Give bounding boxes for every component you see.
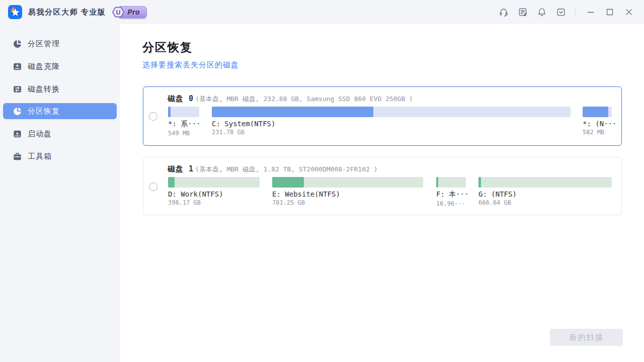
new-scan-button[interactable]: 新的扫描: [550, 329, 623, 346]
more-dropdown-icon: [556, 7, 566, 17]
app-title: 易我分区大师 专业版: [28, 8, 106, 17]
partition-bar-used: [436, 177, 438, 188]
partition-size: 781.25 GB: [272, 199, 423, 206]
partition-bar-used: [478, 177, 481, 188]
minimize-icon: [586, 7, 596, 17]
boot-disk-icon: [13, 129, 22, 139]
close-button[interactable]: [623, 6, 635, 18]
partition-bar-used: [212, 107, 373, 117]
page-title: 分区恢复: [142, 40, 193, 55]
partition-bar-used: [272, 177, 304, 188]
disk-header: 磁盘 1(基本盘, MBR 磁盘, 1.82 TB, ST2000DM008-2…: [168, 164, 377, 174]
titlebar-divider: [575, 7, 576, 17]
disk-info: (基本盘, MBR 磁盘, 232.88 GB, Samsung SSD 860…: [195, 95, 413, 103]
app-logo-icon: [8, 5, 22, 19]
partition-recovery-icon: [13, 107, 22, 116]
close-icon: [624, 7, 634, 17]
sidebar-item-label: 磁盘转换: [28, 84, 60, 94]
page-subtitle: 选择要搜索丢失分区的磁盘: [142, 60, 239, 70]
partition-bar: [436, 177, 466, 188]
disk-info: (基本盘, MBR 磁盘, 1.82 TB, ST2000DM008-2FR10…: [195, 165, 377, 173]
disk-card-0[interactable]: 磁盘 0(基本盘, MBR 磁盘, 232.88 GB, Samsung SSD…: [143, 86, 622, 146]
sidebar-item-label: 分区恢复: [28, 107, 60, 116]
partition-block: G: (NTFS)666.64 GB: [478, 177, 612, 206]
partition-block: E: Website(NTFS)781.25 GB: [272, 177, 423, 206]
disk-radio[interactable]: [149, 183, 157, 191]
sidebar-item-toolbox[interactable]: 工具箱: [3, 148, 117, 164]
titlebar-actions: [491, 6, 635, 18]
partition-block: C: System(NTFS)231.78 GB: [212, 107, 571, 136]
disk-name: 磁盘 0: [168, 94, 194, 103]
pro-badge[interactable]: U Pro: [112, 6, 147, 19]
partition-size: 398.17 GB: [168, 199, 260, 206]
titlebar: 易我分区大师 专业版 U Pro: [0, 0, 644, 24]
minimize-button[interactable]: [585, 6, 597, 18]
partition-block: *: (N···582 MB: [583, 107, 612, 136]
partition-size: 582 MB: [583, 129, 612, 136]
sidebar-item-disk-clone[interactable]: 磁盘克隆: [3, 58, 117, 74]
disk-convert-icon: [13, 84, 22, 94]
partition-bar: [168, 177, 260, 188]
svg-text:U: U: [116, 9, 121, 16]
partition-label: F: 本···: [436, 190, 466, 199]
maximize-button[interactable]: [604, 6, 616, 18]
sidebar-item-partition-management[interactable]: 分区管理: [3, 36, 117, 52]
partition-size: 16.96···: [436, 200, 466, 207]
disk-clone-icon: [13, 62, 22, 71]
partition-bar: [212, 107, 571, 117]
feedback-button[interactable]: [517, 6, 529, 18]
partition-block: F: 本···16.96···: [436, 177, 466, 207]
partition-size: 231.78 GB: [212, 129, 571, 136]
partition-bar: [272, 177, 423, 188]
partition-bar: [583, 107, 612, 117]
sidebar-item-partition-recovery[interactable]: 分区恢复: [3, 103, 117, 119]
pro-u-icon: U: [112, 6, 125, 19]
sidebar-item-label: 启动盘: [28, 129, 52, 139]
partition-bar-used: [168, 107, 171, 117]
sidebar-item-disk-convert[interactable]: 磁盘转换: [3, 81, 117, 97]
sidebar-item-label: 磁盘克隆: [28, 62, 60, 71]
feedback-note-icon: [518, 7, 528, 17]
partition-label: *: 系···: [168, 120, 199, 129]
disk-header: 磁盘 0(基本盘, MBR 磁盘, 232.88 GB, Samsung SSD…: [168, 94, 413, 104]
sidebar: 分区管理磁盘克隆磁盘转换分区恢复启动盘工具箱: [0, 24, 120, 362]
partition-bar: [168, 107, 199, 117]
bell-icon: [537, 7, 547, 17]
maximize-icon: [605, 7, 615, 17]
toolbox-icon: [13, 152, 22, 161]
more-menu-button[interactable]: [555, 6, 567, 18]
headset-icon: [499, 7, 509, 17]
partition-bar-used: [583, 107, 608, 117]
partition-label: G: (NTFS): [478, 190, 612, 198]
sidebar-item-label: 工具箱: [28, 152, 52, 161]
notifications-button[interactable]: [536, 6, 548, 18]
partition-block: *: 系···549 MB: [168, 107, 199, 137]
disk-radio[interactable]: [149, 112, 157, 121]
partition-label: E: Website(NTFS): [272, 190, 423, 198]
partition-label: C: System(NTFS): [212, 120, 571, 128]
sidebar-item-label: 分区管理: [28, 39, 60, 49]
sidebar-item-bootable-media[interactable]: 启动盘: [3, 126, 117, 142]
partition-bar: [478, 177, 612, 188]
disk-name: 磁盘 1: [168, 164, 194, 173]
disk-card-1[interactable]: 磁盘 1(基本盘, MBR 磁盘, 1.82 TB, ST2000DM008-2…: [143, 157, 622, 215]
headset-support-button[interactable]: [498, 6, 510, 18]
partition-bar-used: [168, 177, 175, 188]
main-content: 分区恢复 选择要搜索丢失分区的磁盘 磁盘 0(基本盘, MBR 磁盘, 232.…: [120, 24, 644, 362]
partition-size: 549 MB: [168, 130, 199, 137]
partition-size: 666.64 GB: [478, 199, 612, 206]
pie-chart-icon: [13, 39, 22, 49]
partition-label: *: (N···: [583, 120, 612, 128]
partition-block: D: Work(NTFS)398.17 GB: [168, 177, 260, 206]
partition-label: D: Work(NTFS): [168, 190, 260, 198]
